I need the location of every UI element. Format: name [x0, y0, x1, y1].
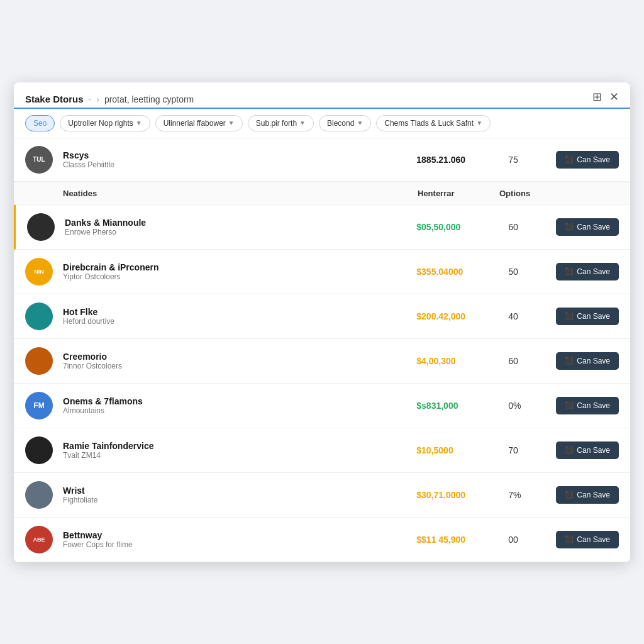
save-icon: ⬛ [565, 312, 574, 320]
title-chevron: › [96, 94, 99, 104]
entity-num: 60 [508, 222, 546, 232]
nop-label: Uptroller Nop rights [68, 119, 133, 128]
entity-num: 00 [508, 535, 546, 545]
save-icon: ⬛ [565, 535, 574, 543]
can-save-button[interactable]: ⬛ Can Save [556, 151, 619, 169]
table-header: Neatides Henterrar Options [14, 182, 630, 205]
entity-value: $05,50,000 [416, 222, 498, 232]
entity-value: 1885.21.060 [416, 155, 498, 165]
avatar [25, 436, 53, 464]
toolbar-btn-fabower[interactable]: Ulinnerial ffabower ▼ [155, 115, 243, 131]
entity-num: 70 [508, 445, 546, 455]
avatar: FM [25, 392, 53, 419]
avatar: NIN [25, 258, 53, 286]
entity-value: $4,00,300 [416, 356, 498, 366]
entity-name: Wrist [63, 486, 406, 496]
entity-value: $s831,000 [416, 401, 498, 411]
biecond-label: Biecond [327, 119, 354, 128]
entity-name: Rscys [63, 150, 406, 160]
toolbar-btn-chems[interactable]: Chems Tlads & Luck Safnt ▼ [376, 115, 491, 131]
entity-info: Ramie Tainfondervice Tvait ZM14 [63, 441, 406, 460]
entity-num: 60 [508, 356, 546, 366]
entity-sub: Yiptor Ostcoloers [63, 272, 406, 281]
can-save-button[interactable]: ⬛ Can Save [556, 218, 619, 236]
entity-value: $10,5000 [416, 445, 498, 455]
save-icon: ⬛ [565, 446, 574, 454]
toolbar-btn-nop[interactable]: Uptroller Nop rights ▼ [60, 115, 150, 131]
grid-icon-button[interactable]: ⊞ [592, 91, 602, 103]
entity-name: Onems & 7flamons [63, 396, 406, 406]
toolbar: Seo Uptroller Nop rights ▼ Ulinnerial ff… [14, 109, 630, 138]
entity-num: 75 [508, 155, 546, 165]
entity-name: Danks & Miannoule [65, 218, 406, 228]
can-save-button[interactable]: ⬛ Can Save [556, 486, 619, 504]
title-bar-left: Stake Dtorus - › protat, leetting cyptor… [25, 94, 194, 104]
title-bar-right: ⊞ ✕ [592, 91, 619, 108]
can-save-button[interactable]: ⬛ Can Save [556, 441, 619, 459]
window-title: Stake Dtorus [25, 94, 84, 104]
toolbar-btn-biecond[interactable]: Biecond ▼ [319, 115, 371, 131]
entity-num: 50 [508, 267, 546, 277]
avatar [25, 481, 53, 509]
toolbar-btn-forth[interactable]: Sub.pir forth ▼ [248, 115, 314, 131]
entity-num: 0% [508, 401, 546, 411]
chevron-icon: ▼ [357, 119, 363, 126]
table-row: ABE Bettnway Fower Cops for flime $$11 4… [14, 518, 630, 562]
entity-value: $$11 45,900 [416, 535, 498, 545]
entity-num: 7% [508, 490, 546, 500]
table-row: Creemorio 7innor Ostcoloers $4,00,300 60… [14, 339, 630, 384]
entity-info: Onems & 7flamons Almountains [63, 396, 406, 415]
avatar: TUL [25, 146, 53, 174]
title-sep: - [89, 94, 92, 104]
can-save-button[interactable]: ⬛ Can Save [556, 397, 619, 414]
table-row: FM Onems & 7flamons Almountains $s831,00… [14, 384, 630, 428]
th-options: Options [499, 189, 537, 198]
entity-sub: Classs Pehiittle [63, 160, 406, 169]
toolbar-btn-seo[interactable]: Seo [25, 115, 55, 131]
entity-info: Bettnway Fower Cops for flime [63, 530, 406, 549]
window-subtitle: protat, leetting cyptorm [104, 94, 194, 104]
entity-sub: Tvait ZM14 [63, 451, 406, 460]
table-content: Danks & Miannoule Enrowe Pherso $05,50,0… [14, 205, 630, 562]
entity-info: Direbcrain & iPrconern Yiptor Ostcoloers [63, 262, 406, 281]
can-save-button[interactable]: ⬛ Can Save [556, 308, 619, 325]
can-save-button[interactable]: ⬛ Can Save [556, 352, 619, 370]
entity-name: Bettnway [63, 530, 406, 540]
seo-label: Seo [33, 119, 47, 128]
save-icon: ⬛ [565, 357, 574, 365]
save-icon: ⬛ [565, 223, 574, 231]
entity-sub: 7innor Ostcoloers [63, 362, 406, 370]
title-bar: Stake Dtorus - › protat, leetting cyptor… [14, 82, 630, 109]
entity-sub: Enrowe Pherso [65, 228, 406, 236]
entity-sub: Fightoliate [63, 496, 406, 504]
chems-label: Chems Tlads & Luck Safnt [384, 119, 474, 128]
avatar: ABE [25, 526, 53, 553]
can-save-button[interactable]: ⬛ Can Save [556, 531, 619, 548]
entity-info: Wrist Fightoliate [63, 486, 406, 504]
table-row: Hot Flke Heford dourtive $200.42,000 40 … [14, 294, 630, 339]
avatar [25, 303, 53, 330]
th-name: Neatides [63, 189, 418, 198]
th-value: Henterrar [418, 189, 499, 198]
can-save-button[interactable]: ⬛ Can Save [556, 263, 619, 280]
entity-value: $200.42,000 [416, 311, 498, 321]
entity-sub: Heford dourtive [63, 317, 406, 326]
save-icon: ⬛ [565, 401, 574, 409]
entity-sub: Fower Cops for flime [63, 540, 406, 549]
avatar [27, 213, 55, 241]
save-icon: ⬛ [565, 155, 574, 164]
entity-name: Hot Flke [63, 307, 406, 317]
entity-info: Rscys Classs Pehiittle [63, 150, 406, 169]
entity-name: Direbcrain & iPrconern [63, 262, 406, 272]
entity-info: Hot Flke Heford dourtive [63, 307, 406, 326]
forth-label: Sub.pir forth [256, 119, 297, 128]
table-row: Danks & Miannoule Enrowe Pherso $05,50,0… [14, 205, 630, 250]
top-entity-row: TUL Rscys Classs Pehiittle 1885.21.060 7… [14, 138, 630, 182]
table-row: Ramie Tainfondervice Tvait ZM14 $10,5000… [14, 428, 630, 473]
fabower-label: Ulinnerial ffabower [164, 119, 226, 128]
entity-info: Creemorio 7innor Ostcoloers [63, 352, 406, 370]
save-icon: ⬛ [565, 491, 574, 499]
save-icon: ⬛ [565, 267, 574, 275]
entity-info: Danks & Miannoule Enrowe Pherso [65, 218, 406, 236]
close-button[interactable]: ✕ [609, 91, 619, 103]
